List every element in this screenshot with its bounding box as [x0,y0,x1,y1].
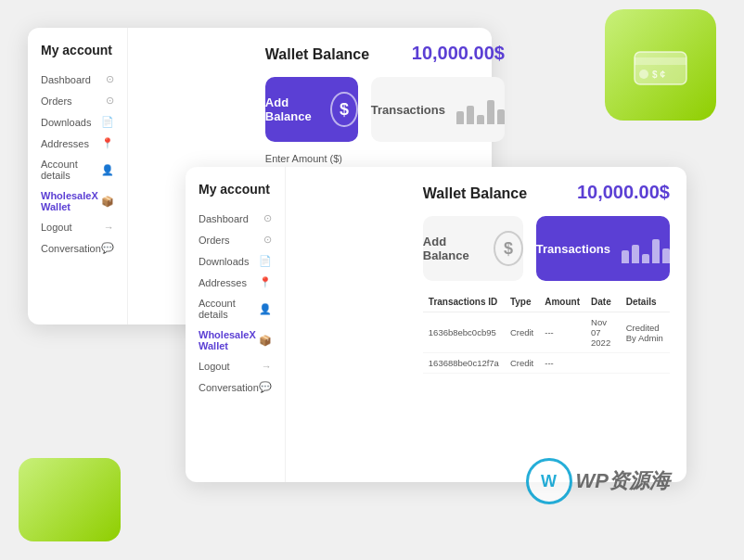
back-wallet-label: WholesaleX Wallet [41,190,101,212]
back-sidebar-item-orders[interactable]: Orders ⊙ [28,90,127,111]
front-sidebar-item-conversation[interactable]: Conversation 💬 [186,376,285,398]
front-sidebar-title: My account [186,182,285,208]
back-sidebar-item-conversation[interactable]: Conversation 💬 [28,237,127,259]
back-wallet-header: Wallet Balance 10,000.00$ [265,43,505,64]
front-transactions-btn[interactable]: Transactions [536,216,670,281]
col-header-type: Type [505,292,539,312]
back-add-balance-label: Add Balance [265,95,320,123]
back-wallet-icon: 📦 [101,196,114,208]
front-card-sidebar: My account Dashboard ⊙ Orders ⊙ Download… [186,167,286,482]
front-dashboard-icon: ⊙ [263,212,272,224]
front-addresses-label: Addresses [199,277,247,288]
front-conversation-label: Conversation [199,382,259,393]
back-add-balance-btn[interactable]: Add Balance $ [265,77,358,142]
front-logout-label: Logout [199,361,230,372]
back-sidebar-item-wallet[interactable]: WholesaleX Wallet 📦 [28,185,127,217]
back-account-details-label: Account details [41,159,101,181]
front-dollar-icon: $ [494,231,523,266]
back-amount-label: Enter Amount ($) [265,153,505,164]
back-sidebar-item-downloads[interactable]: Downloads 📄 [28,111,127,133]
green-decoration-bottom [19,458,121,541]
watermark-text-group: WP资源海 [576,467,670,495]
front-sidebar-item-orders[interactable]: Orders ⊙ [186,229,285,250]
back-sidebar-item-addresses[interactable]: Addresses 📍 [28,133,127,154]
back-addresses-icon: 📍 [101,137,114,149]
row2-details [621,353,670,374]
row1-amount: --- [539,312,585,353]
back-conversation-label: Conversation [41,243,101,254]
front-orders-label: Orders [199,235,230,246]
back-card-sidebar: My account Dashboard ⊙ Orders ⊙ Download… [28,28,128,325]
back-sidebar-item-dashboard[interactable]: Dashboard ⊙ [28,69,127,90]
front-addresses-icon: 📍 [259,276,272,288]
front-card: My account Dashboard ⊙ Orders ⊙ Download… [186,167,686,482]
back-wallet-balance: 10,000.00$ [412,43,505,64]
front-dashboard-label: Dashboard [199,213,249,224]
back-dashboard-label: Dashboard [41,74,91,85]
front-wallet-balance: 10,000.00$ [577,182,670,203]
front-sidebar-item-wallet[interactable]: WholesaleX Wallet 📦 [186,325,285,356]
transactions-table: Transactions ID Type Amount Date Details… [423,292,670,374]
back-sidebar-item-account-details[interactable]: Account details 👤 [28,154,127,185]
back-logout-icon: → [104,222,114,233]
front-wallet-label: WholesaleX Wallet [199,329,259,351]
back-transactions-btn[interactable]: Transactions [371,77,505,142]
front-add-balance-label: Add Balance [423,235,482,262]
row2-id: 163688be0c12f7a [423,353,505,374]
front-sidebar-item-addresses[interactable]: Addresses 📍 [186,272,285,293]
watermark: W WP资源海 [526,458,670,504]
front-sidebar-item-dashboard[interactable]: Dashboard ⊙ [186,208,285,229]
green-decoration-top: $ ¢ [605,9,716,121]
table-row: 1636b8ebc0cb95 Credit --- Nov 07 2022 Cr… [423,312,670,353]
row2-date [585,353,621,374]
front-logout-icon: → [262,361,272,372]
back-chart-bars [456,95,505,124]
back-downloads-label: Downloads [41,117,91,128]
back-addresses-label: Addresses [41,138,89,149]
back-account-icon: 👤 [101,164,114,176]
row1-details: Credited By Admin [621,312,670,353]
back-transactions-label: Transactions [371,103,445,117]
front-orders-icon: ⊙ [263,234,272,246]
front-wallet-icon: 📦 [259,335,272,347]
front-sidebar-item-downloads[interactable]: Downloads 📄 [186,250,285,272]
row2-type: Credit [505,353,539,374]
back-dollar-icon: $ [330,92,357,127]
front-account-icon: 👤 [259,303,272,315]
col-header-amount: Amount [539,292,585,312]
back-downloads-icon: 📄 [101,116,114,128]
watermark-main-text: WP资源海 [576,469,670,492]
row2-amount: --- [539,353,585,374]
back-conversation-icon: 💬 [101,242,114,254]
front-account-details-label: Account details [199,298,259,320]
back-sidebar-item-logout[interactable]: Logout → [28,217,127,237]
back-wallet-title: Wallet Balance [265,46,369,63]
front-conversation-icon: 💬 [259,381,272,393]
svg-point-2 [639,70,648,79]
back-orders-label: Orders [41,95,72,107]
front-add-balance-btn[interactable]: Add Balance $ [423,216,523,281]
front-transactions-label: Transactions [536,242,610,256]
back-action-row: Add Balance $ Transactions [265,77,505,142]
col-header-id: Transactions ID [423,292,505,312]
back-dashboard-icon: ⊙ [106,73,114,85]
row1-type: Credit [505,312,539,353]
table-header-row: Transactions ID Type Amount Date Details [423,292,670,312]
front-sidebar-item-logout[interactable]: Logout → [186,356,285,376]
row1-date: Nov 07 2022 [585,312,621,353]
back-orders-icon: ⊙ [106,95,114,107]
front-action-row: Add Balance $ Transactions [423,216,670,281]
row1-id: 1636b8ebc0cb95 [423,312,505,353]
front-downloads-label: Downloads [199,256,249,267]
front-wallet-title: Wallet Balance [423,185,527,202]
svg-rect-1 [635,57,686,65]
front-card-main: Wallet Balance 10,000.00$ Add Balance $ … [406,167,686,482]
table-row: 163688be0c12f7a Credit --- [423,353,670,374]
front-downloads-icon: 📄 [259,255,272,267]
col-header-details: Details [621,292,670,312]
wp-letter: W [541,472,557,491]
front-sidebar-item-account-details[interactable]: Account details 👤 [186,293,285,325]
front-chart-bars [622,234,670,263]
col-header-date: Date [585,292,621,312]
front-wallet-header: Wallet Balance 10,000.00$ [423,182,670,203]
